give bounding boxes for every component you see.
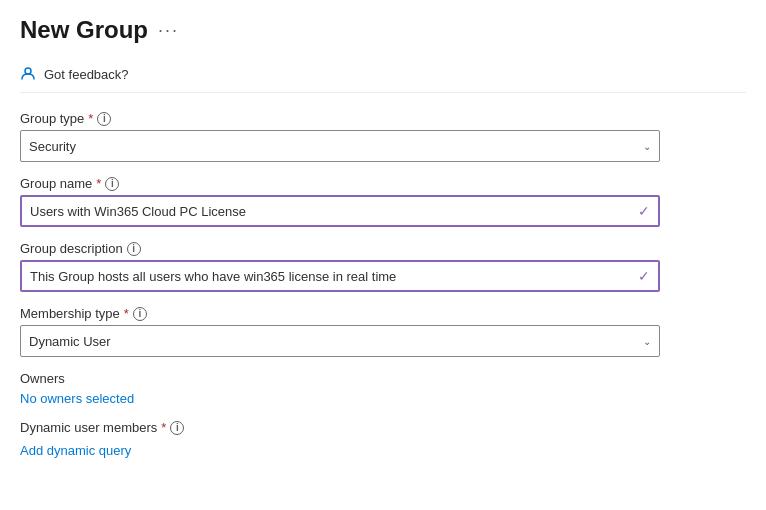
feedback-person-icon: [20, 66, 36, 82]
page-container: New Group ··· Got feedback? Group type *…: [0, 0, 766, 488]
group-name-info-icon[interactable]: i: [105, 177, 119, 191]
membership-type-chevron-icon: ⌄: [643, 336, 651, 347]
group-description-section: Group description i This Group hosts all…: [20, 241, 746, 292]
group-type-required: *: [88, 111, 93, 126]
group-type-label-text: Group type: [20, 111, 84, 126]
dynamic-members-info-icon[interactable]: i: [170, 421, 184, 435]
page-title: New Group: [20, 16, 148, 44]
group-type-dropdown[interactable]: Security ⌄: [20, 130, 660, 162]
svg-point-0: [25, 68, 31, 74]
owners-section: Owners No owners selected: [20, 371, 746, 406]
owners-label: Owners: [20, 371, 746, 386]
group-type-chevron-icon: ⌄: [643, 141, 651, 152]
group-type-section: Group type * i Security ⌄: [20, 111, 746, 162]
group-name-input[interactable]: Users with Win365 Cloud PC License ✓: [20, 195, 660, 227]
group-name-required: *: [96, 176, 101, 191]
group-description-check-icon: ✓: [638, 268, 650, 284]
group-description-label: Group description i: [20, 241, 746, 256]
membership-type-label-text: Membership type: [20, 306, 120, 321]
group-name-section: Group name * i Users with Win365 Cloud P…: [20, 176, 746, 227]
group-name-value: Users with Win365 Cloud PC License: [30, 204, 246, 219]
membership-type-info-icon[interactable]: i: [133, 307, 147, 321]
feedback-text[interactable]: Got feedback?: [44, 67, 129, 82]
group-type-info-icon[interactable]: i: [97, 112, 111, 126]
membership-type-required: *: [124, 306, 129, 321]
group-name-label-text: Group name: [20, 176, 92, 191]
dynamic-members-label: Dynamic user members * i: [20, 420, 746, 435]
group-name-check-icon: ✓: [638, 203, 650, 219]
group-type-label: Group type * i: [20, 111, 746, 126]
add-dynamic-query-link[interactable]: Add dynamic query: [20, 443, 131, 458]
membership-type-label: Membership type * i: [20, 306, 746, 321]
group-description-label-text: Group description: [20, 241, 123, 256]
membership-type-dropdown[interactable]: Dynamic User ⌄: [20, 325, 660, 357]
page-header: New Group ···: [20, 16, 746, 44]
dynamic-members-required: *: [161, 420, 166, 435]
dynamic-members-section: Dynamic user members * i Add dynamic que…: [20, 420, 746, 458]
group-description-value: This Group hosts all users who have win3…: [30, 269, 396, 284]
no-owners-link[interactable]: No owners selected: [20, 391, 134, 406]
dynamic-members-label-text: Dynamic user members: [20, 420, 157, 435]
more-options-icon[interactable]: ···: [158, 20, 179, 41]
group-type-value: Security: [29, 139, 76, 154]
group-name-label: Group name * i: [20, 176, 746, 191]
group-description-input[interactable]: This Group hosts all users who have win3…: [20, 260, 660, 292]
membership-type-value: Dynamic User: [29, 334, 111, 349]
group-description-info-icon[interactable]: i: [127, 242, 141, 256]
membership-type-section: Membership type * i Dynamic User ⌄: [20, 306, 746, 357]
feedback-bar: Got feedback?: [20, 56, 746, 93]
